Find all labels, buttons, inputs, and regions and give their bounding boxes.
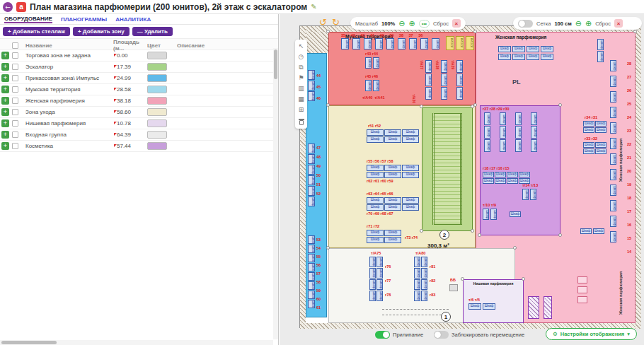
shelf-block[interactable]: Шкаф: [367, 136, 384, 143]
shelf-block[interactable]: Шкаф: [308, 144, 315, 153]
corner-handle[interactable]: [420, 105, 423, 108]
shelf-block[interactable]: Шкаф: [527, 46, 539, 52]
shelf-block[interactable]: Шкаф: [484, 112, 490, 125]
shelf-block[interactable]: Шкаф: [308, 175, 315, 185]
shelf-block[interactable]: Шкаф: [308, 281, 315, 290]
shelf-block[interactable]: Шкаф: [367, 129, 384, 136]
corner-handle[interactable]: [558, 103, 562, 107]
shelf-block[interactable]: Шкаф: [369, 257, 376, 267]
shelf-block[interactable]: Шкаф: [384, 165, 401, 171]
trash-icon[interactable]: [299, 119, 304, 125]
row-checkbox[interactable]: [12, 120, 18, 127]
grid-tool-icon[interactable]: ▦: [298, 96, 304, 103]
display-settings-button[interactable]: ⚙ Настройки отображения ▾: [546, 328, 637, 340]
undo-icon[interactable]: ↺: [319, 18, 327, 27]
shelf-block[interactable]: Шкаф: [421, 279, 427, 290]
shelf-block[interactable]: Шкаф: [507, 172, 518, 177]
shelf-block[interactable]: Шкаф: [308, 165, 315, 175]
shelf-block[interactable]: Шкаф: [414, 257, 420, 267]
row-color-swatch[interactable]: [147, 63, 167, 71]
shelf-block[interactable]: Шкаф: [341, 38, 349, 49]
shelf-block[interactable]: Шкаф: [512, 46, 525, 52]
shelf-block[interactable]: Шкаф: [610, 60, 616, 71]
delete-button[interactable]: — Удалить: [132, 27, 173, 36]
back-button[interactable]: ←: [3, 2, 13, 12]
shelf-block[interactable]: Шкаф: [484, 126, 490, 139]
escalator[interactable]: [422, 107, 473, 231]
zoom-in-icon[interactable]: ⊕: [409, 20, 415, 28]
shelf-block[interactable]: Шкаф: [541, 46, 553, 52]
row-color-swatch[interactable]: [147, 74, 167, 82]
shelf-block[interactable]: Шкаф: [384, 230, 401, 236]
shelf-block[interactable]: Шкаф: [510, 211, 521, 217]
grid-toggle[interactable]: [518, 20, 533, 28]
shelf-block[interactable]: Шкаф: [580, 228, 592, 234]
row-color-swatch[interactable]: [147, 142, 167, 150]
shelf-block[interactable]: Шкаф: [384, 129, 401, 136]
add-zone-button[interactable]: + Добавить зону: [73, 27, 130, 36]
copy-tool-icon[interactable]: ⧉: [299, 64, 303, 71]
shelf-block[interactable]: Шкаф: [376, 268, 383, 279]
shelf-block[interactable]: Шкаф: [308, 300, 315, 308]
corner-handle[interactable]: [461, 277, 464, 281]
more-options-icon[interactable]: •••: [419, 20, 430, 28]
shelf-block[interactable]: Шкаф: [414, 268, 420, 279]
shelf-block[interactable]: Шкаф: [367, 172, 384, 178]
shelf-block[interactable]: Шкаф: [498, 46, 511, 52]
table-row[interactable]: + Прикассовая зона\ Импульс 24.99: [0, 73, 278, 84]
corner-handle[interactable]: [522, 277, 525, 281]
shelf-block[interactable]: Шкаф: [490, 209, 497, 220]
row-checkbox[interactable]: [12, 75, 18, 81]
scale-reset-icon[interactable]: ×: [452, 19, 461, 28]
shelf-block[interactable]: Шкаф: [507, 178, 518, 184]
row-color-swatch[interactable]: [147, 119, 167, 127]
shelf-block[interactable]: Шкаф: [364, 38, 372, 49]
shelf-block[interactable]: Шкаф: [376, 279, 383, 290]
shelf-block[interactable]: Шкаф: [421, 257, 427, 267]
shelf-block[interactable]: Шкаф: [527, 54, 539, 60]
scroll-thumb[interactable]: [1, 341, 57, 344]
shelf-block[interactable]: Шкаф: [402, 165, 419, 171]
shelf-block[interactable]: Шкаф: [420, 38, 428, 49]
add-row-button[interactable]: +: [1, 142, 9, 150]
grid-reset-icon[interactable]: ×: [614, 19, 623, 28]
shelf-block[interactable]: Шкаф: [519, 172, 530, 177]
zoom-out-icon[interactable]: ⊖: [398, 20, 405, 28]
shelf-block[interactable]: Шкаф: [610, 153, 616, 165]
shelf-block[interactable]: Шкаф: [456, 74, 463, 86]
shelf-block[interactable]: Шкаф: [456, 60, 463, 73]
shelf-block[interactable]: Шкаф: [583, 127, 594, 133]
shelf-block[interactable]: Шкаф: [500, 139, 506, 152]
shelf-block[interactable]: Шкаф: [367, 230, 384, 236]
shelf-block[interactable]: Шкаф: [308, 197, 315, 206]
shelf-block[interactable]: Шкаф: [369, 291, 376, 301]
shelf-block[interactable]: Шкаф: [531, 112, 537, 125]
shelf-block[interactable]: Шкаф: [610, 122, 616, 134]
corner-handle[interactable]: [513, 246, 517, 250]
shelf-block[interactable]: Шкаф: [369, 279, 376, 290]
row-color-swatch[interactable]: [147, 86, 167, 93]
shelf-block[interactable]: Шкаф: [375, 38, 383, 49]
redo-icon[interactable]: ↻: [332, 18, 340, 27]
row-checkbox[interactable]: [12, 52, 18, 59]
shelf-block[interactable]: Шкаф: [308, 154, 315, 164]
shelf-block[interactable]: Шкаф: [483, 178, 494, 184]
shelf-block[interactable]: Шкаф: [421, 291, 427, 301]
shelf-block[interactable]: Шкаф: [610, 185, 616, 196]
add-row-button[interactable]: +: [1, 63, 9, 71]
row-color-swatch[interactable]: [147, 97, 167, 105]
floor-plan[interactable]: Мужская территория Женская парфюмерия Же…: [299, 25, 640, 328]
shelf-block[interactable]: Шкаф: [610, 107, 616, 118]
shelf-block[interactable]: Шкаф: [402, 204, 419, 211]
shelf-block[interactable]: Шкаф: [365, 57, 372, 69]
shelf-block[interactable]: Шкаф: [425, 74, 432, 86]
shelf-block[interactable]: Шкаф: [367, 197, 384, 204]
shelf-block[interactable]: Шкаф: [441, 60, 447, 73]
shelf-block[interactable]: Шкаф: [610, 200, 616, 211]
row-color-swatch[interactable]: [147, 108, 167, 116]
corner-handle[interactable]: [326, 246, 330, 250]
shelf-block[interactable]: Шкаф: [384, 237, 401, 243]
shelf-block[interactable]: Шкаф: [495, 172, 506, 177]
plan-canvas[interactable]: ↺ ↻ Масштаб 100% ⊖ ⊕ ••• Сброс × Сетка 1…: [280, 14, 644, 345]
table-row[interactable]: + Эскалатор 17.39: [0, 62, 278, 73]
